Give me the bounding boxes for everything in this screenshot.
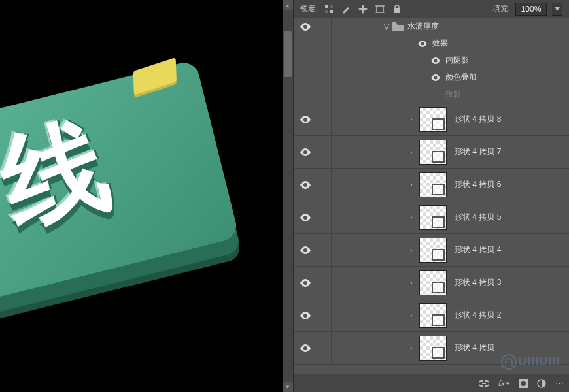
svg-point-11: [521, 381, 526, 386]
layer-expand-toggle[interactable]: ›: [407, 344, 415, 351]
fx-button[interactable]: fx▾: [498, 378, 509, 388]
layer-expand-toggle[interactable]: ›: [407, 116, 415, 123]
visibility-toggle[interactable]: [294, 23, 317, 31]
layer-thumbnail[interactable]: [419, 238, 447, 263]
layer-mask-icon[interactable]: [519, 379, 528, 388]
more-icon[interactable]: ⋯: [555, 378, 564, 388]
canvas-artwork: .10 领美云一起追光 巨 线: [0, 59, 239, 319]
scroll-down-button[interactable]: ▼: [283, 382, 293, 392]
layer-thumbnail[interactable]: [419, 140, 447, 165]
fx-drop-shadow: 投影: [445, 89, 461, 100]
visibility-toggle[interactable]: [294, 279, 317, 287]
layer-expand-toggle[interactable]: ›: [407, 312, 415, 319]
lock-brush-icon[interactable]: [340, 3, 352, 15]
layer-expand-toggle[interactable]: ›: [407, 246, 415, 253]
svg-rect-1: [330, 5, 333, 8]
layer-name[interactable]: 形状 4 拷贝 4: [455, 244, 501, 255]
lock-move-icon[interactable]: [357, 3, 369, 15]
layer-row[interactable]: › 形状 4 拷贝 4: [294, 234, 569, 267]
svg-rect-2: [325, 10, 328, 13]
svg-rect-0: [325, 5, 328, 8]
layer-name[interactable]: 形状 4 拷贝 2: [455, 310, 501, 321]
layer-name[interactable]: 形状 4 拷贝 3: [455, 277, 501, 288]
layer-thumbnail[interactable]: [419, 107, 447, 132]
layer-row[interactable]: › 形状 4 拷贝 6: [294, 169, 569, 201]
yellow-accent: [133, 57, 177, 95]
svg-rect-9: [394, 8, 400, 13]
fill-label: 填充:: [492, 3, 510, 14]
layer-group-row[interactable]: ⋁ 水滴厚度: [294, 18, 569, 35]
layer-row[interactable]: › 形状 4 拷贝: [294, 332, 569, 365]
layer-thumbnail[interactable]: [419, 270, 447, 295]
char-2: 线: [0, 95, 118, 256]
visibility-toggle[interactable]: [294, 312, 317, 319]
fx-label: 效果: [432, 38, 448, 49]
layer-thumbnail[interactable]: [419, 303, 447, 328]
folder-icon: [392, 22, 404, 31]
layer-name[interactable]: 形状 4 拷贝 6: [455, 179, 501, 190]
layer-name[interactable]: 形状 4 拷贝: [455, 342, 494, 353]
group-expand-toggle[interactable]: ⋁: [383, 23, 390, 30]
link-layers-icon[interactable]: [479, 380, 489, 387]
title-frame: 巨 线: [0, 59, 239, 319]
fill-opacity-dropdown[interactable]: [552, 3, 562, 16]
layer-name[interactable]: 形状 4 拷贝 7: [455, 146, 501, 157]
scroll-up-button[interactable]: ▲: [283, 0, 293, 10]
visibility-toggle[interactable]: [294, 246, 317, 254]
link-column[interactable]: [317, 332, 332, 364]
visibility-toggle[interactable]: [294, 181, 317, 189]
layers-list: ⋁ 水滴厚度 效果 内阴影 颜色叠加: [294, 18, 569, 374]
link-column[interactable]: [317, 103, 332, 135]
layer-row[interactable]: › 形状 4 拷贝 8: [294, 103, 569, 136]
visibility-toggle[interactable]: [294, 344, 317, 352]
layer-row[interactable]: › 形状 4 拷贝 2: [294, 299, 569, 332]
lock-toolbar: 锁定: 填充:: [294, 0, 569, 18]
layer-thumbnail[interactable]: [419, 205, 447, 230]
link-column[interactable]: [317, 299, 332, 331]
layer-row[interactable]: › 形状 4 拷贝 5: [294, 201, 569, 234]
fx-inner-shadow: 内阴影: [445, 55, 469, 66]
panel-bottom-toolbar: fx▾ ⋯: [294, 374, 569, 392]
fx-color-overlay-row[interactable]: 颜色叠加: [294, 69, 569, 86]
svg-rect-4: [377, 6, 383, 12]
layer-thumbnail[interactable]: [419, 172, 447, 197]
layer-row[interactable]: › 形状 4 拷贝 7: [294, 136, 569, 169]
lock-all-icon[interactable]: [391, 3, 403, 15]
scroll-thumb[interactable]: [284, 31, 292, 77]
layer-thumbnail[interactable]: [419, 336, 447, 361]
fx-header-row[interactable]: 效果: [294, 35, 569, 52]
layer-expand-toggle[interactable]: ›: [407, 214, 415, 221]
layers-panel: 锁定: 填充: ⋁ 水滴厚度 效果: [293, 0, 569, 392]
canvas-area[interactable]: .10 领美云一起追光 巨 线: [0, 0, 283, 392]
link-column[interactable]: [317, 169, 332, 201]
lock-label: 锁定:: [300, 3, 318, 14]
fx-inner-shadow-row[interactable]: 内阴影: [294, 52, 569, 69]
link-column[interactable]: [317, 18, 332, 35]
visibility-toggle[interactable]: [294, 148, 317, 156]
layer-name[interactable]: 形状 4 拷贝 5: [455, 212, 501, 223]
fill-opacity-input[interactable]: [515, 3, 547, 16]
link-column[interactable]: [317, 267, 332, 299]
link-column[interactable]: [317, 201, 332, 233]
fx-color-overlay: 颜色叠加: [445, 72, 477, 83]
layer-expand-toggle[interactable]: ›: [407, 181, 415, 188]
lock-artboard-icon[interactable]: [374, 3, 386, 15]
layer-row[interactable]: › 形状 4 拷贝 3: [294, 267, 569, 299]
visibility-toggle[interactable]: [294, 116, 317, 123]
fx-drop-shadow-row[interactable]: 投影: [294, 86, 569, 103]
scroll-track[interactable]: [283, 10, 293, 382]
visibility-toggle[interactable]: [294, 214, 317, 221]
link-column[interactable]: [317, 234, 332, 266]
layer-name[interactable]: 形状 4 拷贝 8: [455, 114, 501, 125]
group-name[interactable]: 水滴厚度: [407, 21, 439, 32]
link-column[interactable]: [317, 136, 332, 168]
lock-transparent-icon[interactable]: [323, 3, 335, 15]
svg-rect-3: [330, 10, 333, 13]
canvas-scrollbar-vertical[interactable]: ▲ ▼: [283, 0, 293, 392]
layer-expand-toggle[interactable]: ›: [407, 148, 415, 155]
adjustment-layer-icon[interactable]: [537, 379, 546, 388]
layer-expand-toggle[interactable]: ›: [407, 279, 415, 286]
